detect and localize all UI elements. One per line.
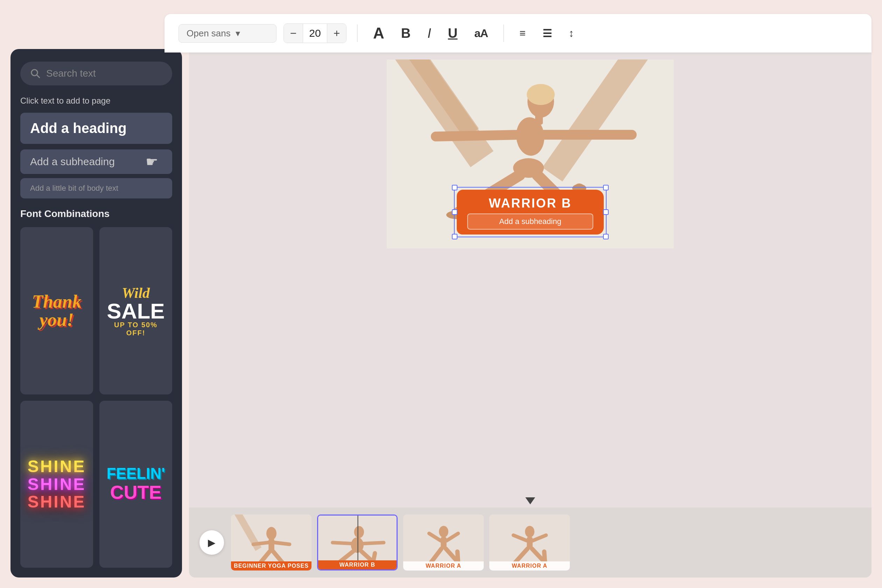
divider-1	[357, 24, 358, 42]
svg-line-22	[333, 543, 353, 543]
combo-thankyou-card[interactable]: Thank you!	[20, 227, 93, 394]
svg-line-6	[436, 135, 520, 136]
italic-button[interactable]: I	[423, 24, 436, 43]
cursor-icon: ☛	[146, 154, 158, 170]
cute-text: CUTE	[107, 481, 165, 503]
handle-bl[interactable]	[452, 234, 458, 239]
svg-line-29	[429, 533, 441, 541]
svg-point-4	[527, 84, 555, 105]
add-subheading-button[interactable]: Add a subheading ☛	[20, 150, 172, 174]
svg-point-0	[32, 70, 38, 76]
svg-point-27	[439, 526, 448, 537]
svg-line-17	[274, 543, 289, 544]
search-bar[interactable]	[20, 62, 172, 86]
warrior-subheading[interactable]: Add a subheading	[467, 213, 593, 230]
filmstrip: ▶ BEG	[189, 507, 872, 578]
feelin-text: FEELIN'	[107, 466, 165, 481]
search-input[interactable]	[46, 68, 162, 79]
svg-line-36	[513, 535, 526, 541]
decrease-font-button[interactable]: −	[284, 24, 303, 43]
add-heading-button[interactable]: Add a heading	[20, 113, 172, 144]
list-button[interactable]: ☰	[538, 25, 557, 42]
filmstrip-thumb-4[interactable]: WARRIOR A	[489, 514, 570, 570]
svg-line-18	[260, 552, 270, 562]
active-thumb-indicator	[525, 497, 535, 504]
thumb-4-label: WARRIOR A	[489, 561, 570, 570]
svg-line-40	[544, 552, 544, 562]
canvas-area: WARRIOR B Add a subheading	[189, 49, 872, 578]
font-combinations-label: Font Combinations	[20, 208, 172, 219]
handle-br[interactable]	[603, 234, 609, 239]
toolbar: Open sans ▾ − + A B I U aA ≡ ☰ ↕	[165, 14, 872, 52]
size-toggle-button[interactable]: aA	[470, 25, 493, 42]
svg-line-23	[362, 543, 384, 543]
canvas[interactable]: WARRIOR B Add a subheading	[387, 60, 674, 249]
combo-wildsale-card[interactable]: Wild SALE UP TO 50% OFF!	[99, 227, 172, 394]
sale-sub-text: UP TO 50% OFF!	[105, 321, 166, 337]
font-name-label: Open sans	[186, 28, 231, 39]
filmstrip-thumb-1[interactable]: BEGINNER YOGA POSES	[231, 514, 312, 570]
svg-line-19	[273, 552, 282, 562]
yoga-background: WARRIOR B Add a subheading	[387, 60, 674, 249]
svg-line-31	[431, 549, 441, 562]
font-combinations-grid: Thank you! Wild SALE UP TO 50% OFF! SHIN…	[20, 227, 172, 568]
sidebar: Click text to add to page Add a heading …	[10, 49, 182, 578]
warrior-title: WARRIOR B	[467, 196, 593, 211]
combo-feelincute-card[interactable]: FEELIN' CUTE	[99, 401, 172, 568]
shine-line-3: SHINE	[28, 493, 86, 511]
font-size-input[interactable]	[303, 24, 327, 43]
selection-border	[454, 187, 606, 237]
filmstrip-thumb-2[interactable]: WARRIOR B	[317, 514, 398, 570]
font-format-a-button[interactable]: A	[368, 22, 389, 44]
increase-font-button[interactable]: +	[327, 24, 346, 43]
svg-point-34	[525, 526, 534, 537]
shine-line-2: SHINE	[28, 476, 86, 493]
warrior-brush-bg: WARRIOR B Add a subheading	[457, 190, 604, 234]
thumb-3-label: WARRIOR A	[403, 561, 484, 570]
filmstrip-thumb-3[interactable]: WARRIOR A	[403, 514, 484, 570]
svg-line-38	[515, 549, 528, 562]
divider-2	[503, 24, 504, 42]
thumb-1-label: BEGINNER YOGA POSES	[231, 561, 312, 570]
thumb-2-label: WARRIOR B	[318, 560, 396, 570]
font-selector[interactable]: Open sans ▾	[178, 24, 276, 43]
shine-line-1: SHINE	[28, 458, 86, 475]
svg-rect-5	[535, 114, 543, 124]
click-text-label: Click text to add to page	[20, 96, 172, 106]
thumb3-svg	[407, 517, 480, 568]
warrior-overlay[interactable]: WARRIOR B Add a subheading	[457, 190, 604, 234]
sale-text: SALE	[105, 302, 166, 321]
svg-line-33	[457, 552, 458, 562]
align-button[interactable]: ≡	[514, 25, 531, 41]
search-icon	[30, 68, 40, 79]
font-size-control: − +	[284, 24, 346, 43]
add-body-text-button[interactable]: Add a little bit of body text	[20, 178, 172, 198]
play-button[interactable]: ▶	[200, 530, 224, 555]
play-icon: ▶	[208, 537, 216, 549]
chevron-down-icon: ▾	[236, 28, 240, 39]
underline-button[interactable]: U	[443, 24, 462, 43]
filmstrip-scroll: BEGINNER YOGA POSES	[231, 514, 861, 570]
svg-line-30	[446, 533, 458, 541]
svg-point-20	[354, 526, 364, 538]
svg-line-37	[532, 535, 546, 541]
svg-point-14	[266, 527, 276, 540]
spacing-button[interactable]: ↕	[564, 25, 579, 41]
thumb4-svg	[494, 517, 566, 568]
thankyou-text: Thank you!	[32, 292, 81, 329]
svg-line-1	[37, 75, 39, 78]
bold-button[interactable]: B	[396, 24, 416, 43]
combo-shine-card[interactable]: SHINE SHINE SHINE	[20, 401, 93, 568]
